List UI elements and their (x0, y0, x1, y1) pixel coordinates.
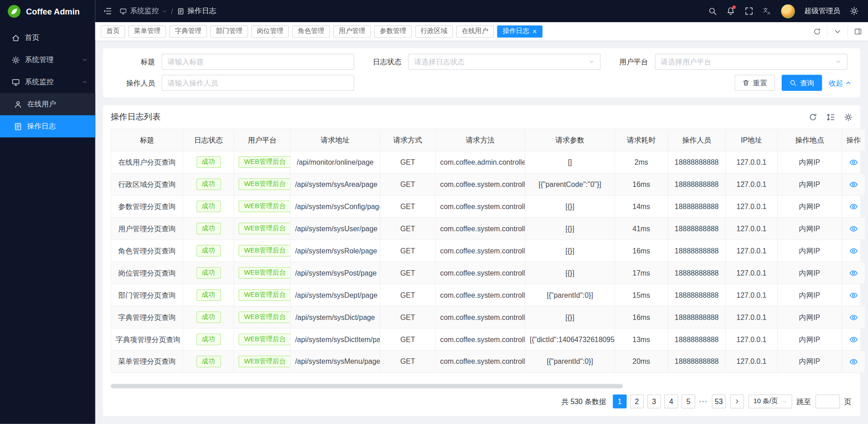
cell-platform: WEB管理后台 (234, 151, 290, 173)
tab-8[interactable]: 行政区域 (415, 25, 453, 38)
user-avatar[interactable] (781, 4, 795, 18)
title-input[interactable] (162, 54, 354, 70)
view-detail-button[interactable] (849, 269, 858, 278)
tab-5[interactable]: 角色管理 (292, 25, 330, 38)
column-header: 请求参数 (525, 129, 614, 151)
cell-time: 14ms (615, 195, 668, 218)
cell-method: GET (380, 306, 435, 329)
next-page-button[interactable] (730, 395, 744, 409)
user-platform-select[interactable]: 请选择用户平台 (655, 54, 847, 70)
tab-label: 用户管理 (339, 27, 365, 36)
sidebar-item-system-monitor[interactable]: 系统监控 (0, 71, 95, 93)
page-button-1[interactable]: 1 (613, 395, 627, 409)
sidebar-item-home[interactable]: 首页 (0, 27, 95, 49)
cell-location: 内网IP (778, 284, 842, 306)
layout-panel-button[interactable] (848, 25, 868, 38)
cell-platform: WEB管理后台 (234, 173, 290, 195)
sidebar-item-label: 操作日志 (27, 121, 56, 131)
refresh-tab-button[interactable] (807, 25, 827, 38)
cell-location: 内网IP (778, 306, 842, 329)
tab-1[interactable]: 菜单管理 (128, 25, 166, 38)
view-detail-button[interactable] (849, 335, 858, 344)
log-status-placeholder: 请选择日志状态 (414, 57, 589, 67)
notification-bell[interactable] (726, 7, 736, 16)
page-button-4[interactable]: 4 (664, 395, 678, 409)
cell-url: /api/system/sysPost/page (290, 262, 380, 284)
log-status-select[interactable]: 请选择日志状态 (408, 54, 601, 70)
page-size-select[interactable]: 10 条/页 (748, 395, 792, 409)
operator-input[interactable] (162, 75, 354, 91)
tab-close-icon[interactable]: × (533, 28, 537, 35)
fullscreen-icon[interactable] (745, 7, 754, 16)
cell-ip: 127.0.0.1 (726, 195, 778, 218)
column-header: 日志状态 (183, 129, 234, 151)
view-detail-button[interactable] (849, 180, 858, 189)
sidebar-item-online-users[interactable]: 在线用户 (0, 93, 95, 115)
main-area: 系统监控 / 操作日志 文A 超级管理员 (95, 0, 868, 424)
tab-0[interactable]: 首页 (101, 25, 125, 38)
column-settings-gear-icon[interactable] (844, 113, 852, 121)
cell-actions (842, 350, 865, 372)
breadcrumb-parent[interactable]: 系统监控 (119, 6, 167, 16)
sidebar-item-system-management[interactable]: 系统管理 (0, 49, 95, 71)
search-filter-panel: 标题 日志状态 请选择日志状态 用户平台 请选择用户平台 (103, 48, 860, 98)
cell-location: 内网IP (778, 195, 842, 218)
menu-fold-icon[interactable] (103, 7, 112, 16)
breadcrumb-current-label: 操作日志 (188, 6, 217, 16)
user-name[interactable]: 超级管理员 (804, 6, 840, 16)
list-header: 操作日志列表 (111, 105, 853, 129)
cell-platform: WEB管理后台 (234, 240, 290, 262)
cell-ip: 127.0.0.1 (726, 306, 778, 329)
page-button-2[interactable]: 2 (630, 395, 644, 409)
tab-label: 角色管理 (298, 27, 325, 36)
reset-button-label: 重置 (753, 78, 767, 88)
page-button-3[interactable]: 3 (647, 395, 661, 409)
table-row: 部门管理分页查询成功WEB管理后台/api/system/sysDept/pag… (111, 284, 865, 306)
view-detail-button[interactable] (849, 291, 858, 300)
pagination-ellipsis[interactable]: ••• (698, 399, 708, 404)
tab-label: 操作日志 (503, 27, 529, 36)
cell-actions (842, 329, 865, 351)
scrollbar-thumb[interactable] (111, 384, 623, 389)
tab-2[interactable]: 字典管理 (170, 25, 207, 38)
search-icon[interactable] (708, 7, 717, 16)
cell-method: GET (380, 350, 435, 372)
table-row: 在线用户分页查询成功WEB管理后台/api/monitor/online/pag… (111, 151, 865, 173)
jump-page-input[interactable] (816, 395, 840, 409)
view-detail-button[interactable] (849, 313, 858, 322)
cell-handler: com.coffee.system.controlle... (435, 240, 525, 262)
cell-platform: WEB管理后台 (234, 218, 290, 240)
view-detail-button[interactable] (849, 247, 858, 256)
view-detail-button[interactable] (849, 357, 858, 367)
tab-3[interactable]: 部门管理 (210, 25, 248, 38)
translate-icon[interactable]: 文A (763, 7, 772, 16)
column-header: 操作人员 (668, 129, 725, 151)
cell-ip: 127.0.0.1 (726, 329, 778, 351)
tab-7[interactable]: 参数管理 (374, 25, 412, 38)
row-density-icon[interactable] (826, 113, 835, 121)
cell-platform: WEB管理后台 (234, 329, 290, 351)
chevron-down-icon (162, 9, 167, 14)
collapse-filter-link[interactable]: 收起 (829, 78, 851, 88)
page-button-5[interactable]: 5 (681, 395, 695, 409)
refresh-icon[interactable] (809, 113, 817, 121)
table-empty-space (111, 373, 853, 384)
chevron-down-icon (835, 59, 841, 65)
reset-button[interactable]: 重置 (735, 75, 775, 91)
settings-gear-icon[interactable] (850, 7, 859, 16)
app-logo[interactable]: Coffee Admin (0, 0, 95, 22)
view-detail-button[interactable] (849, 224, 858, 233)
tab-10[interactable]: 操作日志× (497, 25, 542, 38)
tab-9[interactable]: 在线用户 (456, 25, 494, 38)
tab-6[interactable]: 用户管理 (333, 25, 371, 38)
cell-operator: 18888888888 (668, 195, 725, 218)
view-detail-button[interactable] (849, 202, 858, 211)
page-button-53[interactable]: 53 (712, 395, 726, 409)
tab-menu-dropdown[interactable] (827, 25, 847, 38)
view-detail-button[interactable] (849, 158, 858, 167)
table-row: 菜单管理分页查询成功WEB管理后台/api/system/sysMenu/pag… (111, 350, 865, 372)
tab-4[interactable]: 岗位管理 (251, 25, 289, 38)
sidebar-item-operation-log[interactable]: 操作日志 (0, 115, 95, 138)
cell-operator: 18888888888 (668, 151, 725, 173)
search-button[interactable]: 查询 (782, 75, 822, 91)
